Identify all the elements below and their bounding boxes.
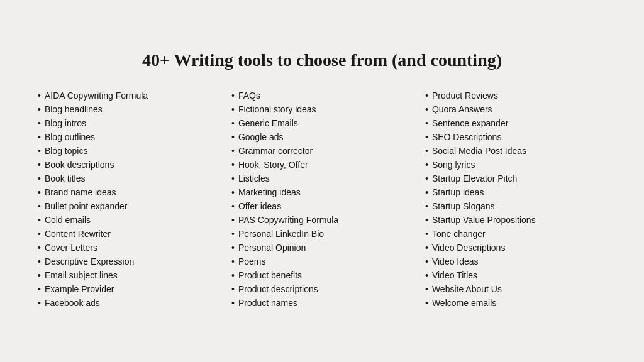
list-item: Cover Letters xyxy=(38,243,219,253)
list-item: Fictional story ideas xyxy=(231,104,413,114)
list-item: Startup ideas xyxy=(425,187,606,197)
columns-container: AIDA Copywriting FormulaBlog headlinesBl… xyxy=(38,90,606,312)
list-item: Video Ideas xyxy=(425,256,606,266)
list-2: FAQsFictional story ideasGeneric EmailsG… xyxy=(231,90,413,308)
list-item: Content Rewriter xyxy=(38,229,219,239)
list-item: Sentence expander xyxy=(425,118,606,128)
list-item: Generic Emails xyxy=(231,118,413,128)
list-item: Listicles xyxy=(231,173,413,184)
list-item: Product benefits xyxy=(231,270,413,280)
list-item: Book titles xyxy=(38,173,219,184)
list-item: Descriptive Expression xyxy=(38,256,219,266)
list-item: Startup Slogans xyxy=(425,201,606,211)
column-1: AIDA Copywriting FormulaBlog headlinesBl… xyxy=(38,90,219,312)
list-item: Marketing ideas xyxy=(231,187,413,197)
list-3: Product ReviewsQuora AnswersSentence exp… xyxy=(425,90,606,308)
list-item: Grammar corrector xyxy=(231,146,413,156)
list-item: Personal Opinion xyxy=(231,243,413,253)
list-item: Cold emails xyxy=(38,215,219,225)
page-wrapper: 40+ Writing tools to choose from (and co… xyxy=(0,31,644,331)
list-item: Brand name ideas xyxy=(38,187,219,197)
list-item: Social Media Post Ideas xyxy=(425,146,606,156)
list-item: Google ads xyxy=(231,132,413,142)
list-item: Email subject lines xyxy=(38,270,219,280)
list-item: Quora Answers xyxy=(425,104,606,114)
list-item: Video Titles xyxy=(425,270,606,280)
list-item: Product descriptions xyxy=(231,284,413,294)
list-item: Offer ideas xyxy=(231,201,413,211)
list-item: Product Reviews xyxy=(425,90,606,101)
list-item: Book descriptions xyxy=(38,160,219,170)
list-item: AIDA Copywriting Formula xyxy=(38,90,219,101)
list-item: Blog headlines xyxy=(38,104,219,114)
page-title: 40+ Writing tools to choose from (and co… xyxy=(38,50,606,70)
list-item: Bullet point expander xyxy=(38,201,219,211)
list-item: Example Provider xyxy=(38,284,219,294)
list-item: PAS Copywriting Formula xyxy=(231,215,413,225)
list-1: AIDA Copywriting FormulaBlog headlinesBl… xyxy=(38,90,219,308)
list-item: Song lyrics xyxy=(425,160,606,170)
list-item: SEO Descriptions xyxy=(425,132,606,142)
column-3: Product ReviewsQuora AnswersSentence exp… xyxy=(425,90,606,312)
list-item: Facebook ads xyxy=(38,298,219,308)
list-item: Tone changer xyxy=(425,229,606,239)
list-item: Hook, Story, Offer xyxy=(231,160,413,170)
list-item: FAQs xyxy=(231,90,413,101)
list-item: Startup Value Propositions xyxy=(425,215,606,225)
list-item: Video Descriptions xyxy=(425,243,606,253)
list-item: Blog outlines xyxy=(38,132,219,142)
list-item: Personal LinkedIn Bio xyxy=(231,229,413,239)
list-item: Blog intros xyxy=(38,118,219,128)
list-item: Product names xyxy=(231,298,413,308)
list-item: Poems xyxy=(231,256,413,266)
list-item: Blog topics xyxy=(38,146,219,156)
list-item: Startup Elevator Pitch xyxy=(425,173,606,184)
list-item: Welcome emails xyxy=(425,298,606,308)
column-2: FAQsFictional story ideasGeneric EmailsG… xyxy=(231,90,413,312)
list-item: Website About Us xyxy=(425,284,606,294)
